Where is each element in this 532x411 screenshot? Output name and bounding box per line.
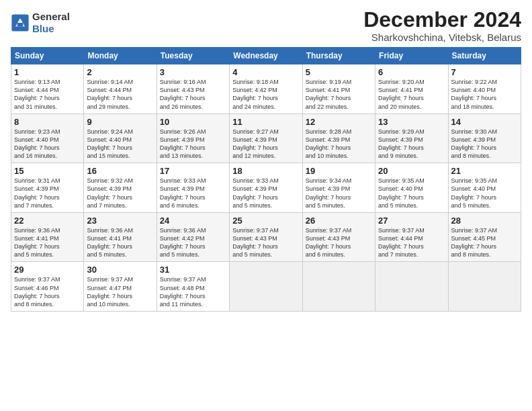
table-row bbox=[302, 262, 375, 312]
col-sunday: Sunday bbox=[11, 48, 84, 64]
table-row: 13 Sunrise: 9:29 AMSunset: 4:39 PMDaylig… bbox=[375, 113, 448, 163]
day-info: Sunrise: 9:13 AMSunset: 4:44 PMDaylight:… bbox=[14, 79, 60, 109]
day-info: Sunrise: 9:19 AMSunset: 4:41 PMDaylight:… bbox=[306, 79, 352, 109]
day-info: Sunrise: 9:18 AMSunset: 4:42 PMDaylight:… bbox=[232, 79, 279, 109]
day-info: Sunrise: 9:34 AMSunset: 4:39 PMDaylight:… bbox=[306, 177, 352, 208]
table-row: 4 Sunrise: 9:18 AMSunset: 4:42 PMDayligh… bbox=[230, 64, 302, 114]
table-row: 2 Sunrise: 9:14 AMSunset: 4:44 PMDayligh… bbox=[84, 64, 157, 114]
day-info: Sunrise: 9:22 AMSunset: 4:40 PMDaylight:… bbox=[451, 79, 498, 109]
day-info: Sunrise: 9:29 AMSunset: 4:39 PMDaylight:… bbox=[378, 128, 425, 159]
day-number: 29 bbox=[14, 265, 81, 275]
main-container: General Blue December 2024 Sharkovshchin… bbox=[0, 0, 532, 317]
day-info: Sunrise: 9:16 AMSunset: 4:43 PMDaylight:… bbox=[160, 79, 206, 109]
table-row: 5 Sunrise: 9:19 AMSunset: 4:41 PMDayligh… bbox=[302, 64, 375, 114]
table-row: 12 Sunrise: 9:28 AMSunset: 4:39 PMDaylig… bbox=[302, 113, 375, 163]
day-number: 18 bbox=[232, 166, 299, 176]
table-row: 19 Sunrise: 9:34 AMSunset: 4:39 PMDaylig… bbox=[302, 163, 375, 213]
table-row bbox=[230, 262, 302, 312]
day-info: Sunrise: 9:36 AMSunset: 4:41 PMDaylight:… bbox=[87, 227, 133, 258]
day-number: 5 bbox=[306, 67, 372, 77]
day-info: Sunrise: 9:37 AMSunset: 4:48 PMDaylight:… bbox=[160, 276, 206, 307]
day-number: 24 bbox=[160, 216, 226, 226]
col-monday: Monday bbox=[84, 48, 157, 64]
table-row: 18 Sunrise: 9:33 AMSunset: 4:39 PMDaylig… bbox=[230, 163, 302, 213]
day-number: 30 bbox=[87, 265, 153, 275]
day-number: 4 bbox=[232, 67, 299, 77]
day-info: Sunrise: 9:37 AMSunset: 4:47 PMDaylight:… bbox=[87, 276, 133, 307]
logo: General Blue bbox=[11, 11, 70, 35]
table-row: 25 Sunrise: 9:37 AMSunset: 4:43 PMDaylig… bbox=[230, 212, 302, 262]
day-number: 3 bbox=[160, 67, 226, 77]
table-row: 31 Sunrise: 9:37 AMSunset: 4:48 PMDaylig… bbox=[157, 262, 229, 312]
day-number: 13 bbox=[378, 117, 445, 127]
day-info: Sunrise: 9:28 AMSunset: 4:39 PMDaylight:… bbox=[306, 128, 352, 159]
day-info: Sunrise: 9:24 AMSunset: 4:40 PMDaylight:… bbox=[87, 128, 133, 159]
table-row: 17 Sunrise: 9:33 AMSunset: 4:39 PMDaylig… bbox=[157, 163, 229, 213]
day-info: Sunrise: 9:37 AMSunset: 4:43 PMDaylight:… bbox=[306, 227, 352, 258]
logo-icon bbox=[11, 13, 30, 32]
col-friday: Friday bbox=[375, 48, 448, 64]
day-number: 22 bbox=[14, 216, 81, 226]
day-number: 2 bbox=[87, 67, 153, 77]
table-row: 30 Sunrise: 9:37 AMSunset: 4:47 PMDaylig… bbox=[84, 262, 157, 312]
table-row: 14 Sunrise: 9:30 AMSunset: 4:39 PMDaylig… bbox=[448, 113, 521, 163]
title-block: December 2024 Sharkovshchina, Vitebsk, B… bbox=[363, 8, 521, 43]
day-number: 20 bbox=[378, 166, 445, 176]
day-info: Sunrise: 9:37 AMSunset: 4:43 PMDaylight:… bbox=[232, 227, 279, 258]
day-number: 7 bbox=[451, 67, 518, 77]
table-row: 20 Sunrise: 9:35 AMSunset: 4:40 PMDaylig… bbox=[375, 163, 448, 213]
table-row: 29 Sunrise: 9:37 AMSunset: 4:46 PMDaylig… bbox=[11, 262, 84, 312]
svg-rect-2 bbox=[17, 23, 23, 27]
day-number: 9 bbox=[87, 117, 153, 127]
day-number: 25 bbox=[232, 216, 299, 226]
day-number: 21 bbox=[451, 166, 518, 176]
col-saturday: Saturday bbox=[448, 48, 521, 64]
day-info: Sunrise: 9:33 AMSunset: 4:39 PMDaylight:… bbox=[232, 177, 279, 208]
day-info: Sunrise: 9:23 AMSunset: 4:40 PMDaylight:… bbox=[14, 128, 60, 159]
calendar-table: Sunday Monday Tuesday Wednesday Thursday… bbox=[11, 47, 521, 312]
table-row: 21 Sunrise: 9:35 AMSunset: 4:40 PMDaylig… bbox=[448, 163, 521, 213]
calendar-week-row: 29 Sunrise: 9:37 AMSunset: 4:46 PMDaylig… bbox=[11, 262, 521, 312]
day-info: Sunrise: 9:32 AMSunset: 4:39 PMDaylight:… bbox=[87, 177, 133, 208]
day-number: 11 bbox=[232, 117, 299, 127]
table-row: 7 Sunrise: 9:22 AMSunset: 4:40 PMDayligh… bbox=[448, 64, 521, 114]
day-info: Sunrise: 9:37 AMSunset: 4:44 PMDaylight:… bbox=[378, 227, 425, 258]
table-row: 16 Sunrise: 9:32 AMSunset: 4:39 PMDaylig… bbox=[84, 163, 157, 213]
table-row: 27 Sunrise: 9:37 AMSunset: 4:44 PMDaylig… bbox=[375, 212, 448, 262]
day-info: Sunrise: 9:36 AMSunset: 4:41 PMDaylight:… bbox=[14, 227, 60, 258]
day-info: Sunrise: 9:27 AMSunset: 4:39 PMDaylight:… bbox=[232, 128, 279, 159]
table-row: 6 Sunrise: 9:20 AMSunset: 4:41 PMDayligh… bbox=[375, 64, 448, 114]
day-info: Sunrise: 9:26 AMSunset: 4:39 PMDaylight:… bbox=[160, 128, 206, 159]
day-number: 19 bbox=[306, 166, 372, 176]
day-number: 14 bbox=[451, 117, 518, 127]
day-number: 10 bbox=[160, 117, 226, 127]
day-info: Sunrise: 9:33 AMSunset: 4:39 PMDaylight:… bbox=[160, 177, 206, 208]
day-info: Sunrise: 9:37 AMSunset: 4:45 PMDaylight:… bbox=[451, 227, 498, 258]
table-row: 23 Sunrise: 9:36 AMSunset: 4:41 PMDaylig… bbox=[84, 212, 157, 262]
table-row: 28 Sunrise: 9:37 AMSunset: 4:45 PMDaylig… bbox=[448, 212, 521, 262]
table-row: 1 Sunrise: 9:13 AMSunset: 4:44 PMDayligh… bbox=[11, 64, 84, 114]
day-number: 31 bbox=[160, 265, 226, 275]
day-info: Sunrise: 9:36 AMSunset: 4:42 PMDaylight:… bbox=[160, 227, 206, 258]
table-row: 26 Sunrise: 9:37 AMSunset: 4:43 PMDaylig… bbox=[302, 212, 375, 262]
table-row: 8 Sunrise: 9:23 AMSunset: 4:40 PMDayligh… bbox=[11, 113, 84, 163]
day-number: 8 bbox=[14, 117, 81, 127]
page-title: December 2024 bbox=[363, 8, 521, 32]
day-number: 26 bbox=[306, 216, 372, 226]
day-number: 15 bbox=[14, 166, 81, 176]
day-number: 23 bbox=[87, 216, 153, 226]
day-number: 17 bbox=[160, 166, 226, 176]
table-row: 22 Sunrise: 9:36 AMSunset: 4:41 PMDaylig… bbox=[11, 212, 84, 262]
table-row: 9 Sunrise: 9:24 AMSunset: 4:40 PMDayligh… bbox=[84, 113, 157, 163]
table-row: 11 Sunrise: 9:27 AMSunset: 4:39 PMDaylig… bbox=[230, 113, 302, 163]
header: General Blue December 2024 Sharkovshchin… bbox=[11, 8, 521, 43]
day-info: Sunrise: 9:14 AMSunset: 4:44 PMDaylight:… bbox=[87, 79, 133, 109]
col-thursday: Thursday bbox=[302, 48, 375, 64]
day-number: 28 bbox=[451, 216, 518, 226]
table-row bbox=[448, 262, 521, 312]
calendar-week-row: 1 Sunrise: 9:13 AMSunset: 4:44 PMDayligh… bbox=[11, 64, 521, 114]
calendar-week-row: 8 Sunrise: 9:23 AMSunset: 4:40 PMDayligh… bbox=[11, 113, 521, 163]
col-tuesday: Tuesday bbox=[157, 48, 229, 64]
day-number: 12 bbox=[306, 117, 372, 127]
day-info: Sunrise: 9:31 AMSunset: 4:39 PMDaylight:… bbox=[14, 177, 60, 208]
